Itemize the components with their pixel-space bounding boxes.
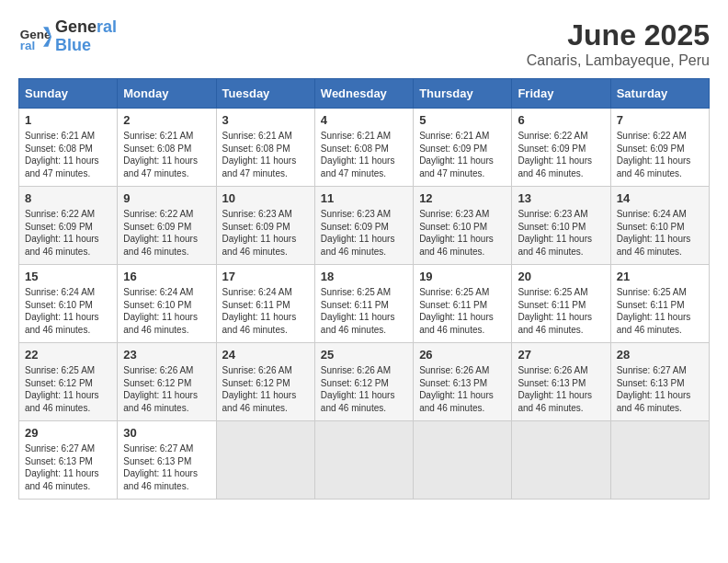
calendar-cell <box>216 421 314 500</box>
calendar-cell: 30Sunrise: 6:27 AMSunset: 6:13 PMDayligh… <box>118 421 216 500</box>
day-info: Sunrise: 6:26 AMSunset: 6:12 PMDaylight:… <box>222 364 309 414</box>
calendar-cell: 3Sunrise: 6:21 AMSunset: 6:08 PMDaylight… <box>216 109 314 187</box>
day-info: Sunrise: 6:21 AMSunset: 6:08 PMDaylight:… <box>25 130 111 179</box>
day-number: 21 <box>617 270 703 283</box>
calendar-header-row: SundayMondayTuesdayWednesdayThursdayFrid… <box>19 79 710 109</box>
calendar-week-row: 1Sunrise: 6:21 AMSunset: 6:08 PMDaylight… <box>19 109 710 187</box>
day-number: 8 <box>25 191 111 205</box>
header: Gene ral General Blue June 2025 Canaris,… <box>18 18 710 69</box>
calendar-cell: 26Sunrise: 6:26 AMSunset: 6:13 PMDayligh… <box>414 343 512 421</box>
day-number: 18 <box>321 270 407 283</box>
calendar-cell: 23Sunrise: 6:26 AMSunset: 6:12 PMDayligh… <box>118 343 216 421</box>
calendar-cell: 4Sunrise: 6:21 AMSunset: 6:08 PMDaylight… <box>314 109 413 187</box>
location-title: Canaris, Lambayeque, Peru <box>527 52 710 69</box>
day-header-friday: Friday <box>512 79 610 109</box>
day-info: Sunrise: 6:22 AMSunset: 6:09 PMDaylight:… <box>518 130 604 179</box>
calendar-cell: 25Sunrise: 6:26 AMSunset: 6:12 PMDayligh… <box>314 343 413 421</box>
calendar-cell <box>512 421 610 500</box>
day-header-thursday: Thursday <box>414 79 512 109</box>
day-number: 7 <box>617 113 703 127</box>
logo: Gene ral General Blue <box>18 18 117 55</box>
day-info: Sunrise: 6:23 AMSunset: 6:09 PMDaylight:… <box>321 208 407 258</box>
calendar-week-row: 22Sunrise: 6:25 AMSunset: 6:12 PMDayligh… <box>19 343 710 421</box>
day-info: Sunrise: 6:21 AMSunset: 6:08 PMDaylight:… <box>321 130 407 179</box>
day-info: Sunrise: 6:23 AMSunset: 6:10 PMDaylight:… <box>518 208 604 258</box>
day-info: Sunrise: 6:26 AMSunset: 6:12 PMDaylight:… <box>321 364 407 414</box>
day-info: Sunrise: 6:22 AMSunset: 6:09 PMDaylight:… <box>617 130 703 179</box>
calendar-cell <box>610 421 709 500</box>
day-number: 25 <box>321 348 407 362</box>
day-info: Sunrise: 6:21 AMSunset: 6:08 PMDaylight:… <box>123 130 210 179</box>
calendar-cell: 1Sunrise: 6:21 AMSunset: 6:08 PMDaylight… <box>19 109 118 187</box>
day-number: 29 <box>25 426 111 440</box>
calendar-cell: 9Sunrise: 6:22 AMSunset: 6:09 PMDaylight… <box>118 187 216 265</box>
day-info: Sunrise: 6:24 AMSunset: 6:10 PMDaylight:… <box>123 286 210 336</box>
day-info: Sunrise: 6:21 AMSunset: 6:09 PMDaylight:… <box>419 130 506 179</box>
day-header-saturday: Saturday <box>610 79 709 109</box>
day-header-wednesday: Wednesday <box>314 79 413 109</box>
day-number: 24 <box>222 348 309 362</box>
calendar-cell: 17Sunrise: 6:24 AMSunset: 6:11 PMDayligh… <box>216 265 314 343</box>
day-number: 28 <box>617 348 703 362</box>
calendar-cell <box>414 421 512 500</box>
day-info: Sunrise: 6:26 AMSunset: 6:13 PMDaylight:… <box>518 364 604 414</box>
day-number: 14 <box>617 191 703 205</box>
calendar-cell: 22Sunrise: 6:25 AMSunset: 6:12 PMDayligh… <box>19 343 118 421</box>
day-info: Sunrise: 6:26 AMSunset: 6:12 PMDaylight:… <box>123 364 210 414</box>
day-number: 22 <box>25 348 111 362</box>
day-number: 30 <box>123 426 210 440</box>
calendar-cell: 27Sunrise: 6:26 AMSunset: 6:13 PMDayligh… <box>512 343 610 421</box>
calendar-cell: 21Sunrise: 6:25 AMSunset: 6:11 PMDayligh… <box>610 265 709 343</box>
calendar-cell: 18Sunrise: 6:25 AMSunset: 6:11 PMDayligh… <box>314 265 413 343</box>
day-number: 3 <box>222 113 309 127</box>
day-number: 4 <box>321 113 407 127</box>
calendar-cell <box>314 421 413 500</box>
day-number: 1 <box>25 113 111 127</box>
calendar-cell: 11Sunrise: 6:23 AMSunset: 6:09 PMDayligh… <box>314 187 413 265</box>
day-info: Sunrise: 6:25 AMSunset: 6:11 PMDaylight:… <box>518 286 604 336</box>
day-info: Sunrise: 6:27 AMSunset: 6:13 PMDaylight:… <box>25 442 111 492</box>
day-info: Sunrise: 6:23 AMSunset: 6:10 PMDaylight:… <box>419 208 506 258</box>
day-number: 16 <box>123 270 210 283</box>
calendar-week-row: 15Sunrise: 6:24 AMSunset: 6:10 PMDayligh… <box>19 265 710 343</box>
day-info: Sunrise: 6:22 AMSunset: 6:09 PMDaylight:… <box>123 208 210 258</box>
day-number: 2 <box>123 113 210 127</box>
calendar-cell: 15Sunrise: 6:24 AMSunset: 6:10 PMDayligh… <box>19 265 118 343</box>
calendar-week-row: 29Sunrise: 6:27 AMSunset: 6:13 PMDayligh… <box>19 421 710 500</box>
day-info: Sunrise: 6:25 AMSunset: 6:11 PMDaylight:… <box>419 286 506 336</box>
calendar-cell: 16Sunrise: 6:24 AMSunset: 6:10 PMDayligh… <box>118 265 216 343</box>
calendar-cell: 5Sunrise: 6:21 AMSunset: 6:09 PMDaylight… <box>414 109 512 187</box>
svg-text:ral: ral <box>20 39 36 52</box>
day-number: 13 <box>518 191 604 205</box>
day-info: Sunrise: 6:27 AMSunset: 6:13 PMDaylight:… <box>123 442 210 492</box>
day-number: 27 <box>518 348 604 362</box>
day-number: 9 <box>123 191 210 205</box>
day-header-monday: Monday <box>118 79 216 109</box>
day-info: Sunrise: 6:24 AMSunset: 6:10 PMDaylight:… <box>25 286 111 336</box>
calendar-cell: 24Sunrise: 6:26 AMSunset: 6:12 PMDayligh… <box>216 343 314 421</box>
month-title: June 2025 <box>527 18 710 52</box>
day-number: 23 <box>123 348 210 362</box>
day-number: 17 <box>222 270 309 283</box>
day-info: Sunrise: 6:25 AMSunset: 6:12 PMDaylight:… <box>25 364 111 414</box>
logo-text: General Blue <box>55 18 117 55</box>
day-number: 19 <box>419 270 506 283</box>
calendar-cell: 20Sunrise: 6:25 AMSunset: 6:11 PMDayligh… <box>512 265 610 343</box>
day-info: Sunrise: 6:21 AMSunset: 6:08 PMDaylight:… <box>222 130 309 179</box>
calendar-cell: 10Sunrise: 6:23 AMSunset: 6:09 PMDayligh… <box>216 187 314 265</box>
day-number: 5 <box>419 113 506 127</box>
day-info: Sunrise: 6:26 AMSunset: 6:13 PMDaylight:… <box>419 364 506 414</box>
day-number: 20 <box>518 270 604 283</box>
logo-icon: Gene ral <box>18 20 51 53</box>
calendar-cell: 2Sunrise: 6:21 AMSunset: 6:08 PMDaylight… <box>118 109 216 187</box>
day-info: Sunrise: 6:22 AMSunset: 6:09 PMDaylight:… <box>25 208 111 258</box>
day-header-sunday: Sunday <box>19 79 118 109</box>
day-header-tuesday: Tuesday <box>216 79 314 109</box>
calendar-cell: 6Sunrise: 6:22 AMSunset: 6:09 PMDaylight… <box>512 109 610 187</box>
day-number: 6 <box>518 113 604 127</box>
calendar-cell: 29Sunrise: 6:27 AMSunset: 6:13 PMDayligh… <box>19 421 118 500</box>
calendar-cell: 14Sunrise: 6:24 AMSunset: 6:10 PMDayligh… <box>610 187 709 265</box>
title-area: June 2025 Canaris, Lambayeque, Peru <box>527 18 710 69</box>
day-number: 10 <box>222 191 309 205</box>
calendar-cell: 12Sunrise: 6:23 AMSunset: 6:10 PMDayligh… <box>414 187 512 265</box>
